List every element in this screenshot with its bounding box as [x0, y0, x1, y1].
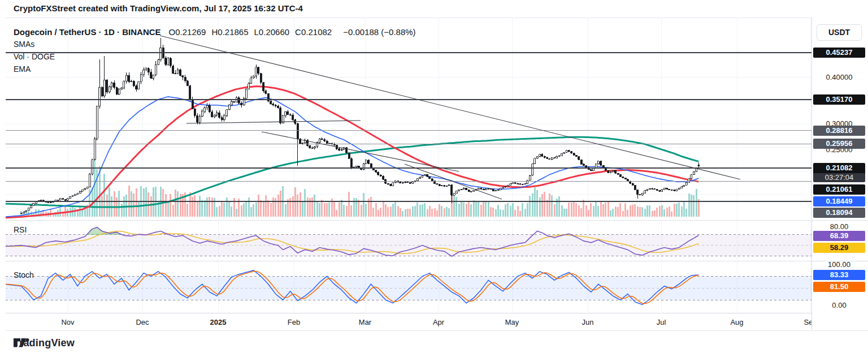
time-axis-label: Nov	[61, 318, 74, 326]
legend-item-smas[interactable]: SMAs	[14, 40, 34, 49]
ohlc-L: L0.20660	[254, 27, 290, 37]
scale-label: 0.00	[812, 301, 866, 310]
scale-label: 81.50	[813, 282, 865, 292]
ohlc-C: C0.21082	[295, 27, 332, 37]
pane-separator-stoch[interactable]	[6, 261, 868, 261]
scale-label: 0.18094	[813, 208, 865, 218]
scale-label: 0.45237	[813, 48, 865, 58]
tradingview-chart-page: CryptoFXStreet created with TradingView.…	[0, 0, 868, 357]
scale-label: 0.21061	[813, 184, 865, 195]
symbol-title[interactable]: Dogecoin / TetherUS · 1D · BINANCE	[14, 27, 161, 37]
candles	[20, 38, 700, 214]
time-axis-label: Jun	[582, 318, 594, 326]
rsi-pane-label[interactable]: RSI	[14, 225, 27, 234]
time-axis-label: May	[505, 318, 519, 326]
scale-label: 80.00	[812, 222, 866, 231]
scale-label: 83.33	[813, 270, 865, 280]
scale-label: 0.25956	[813, 139, 865, 149]
time-axis-label: Feb	[288, 318, 300, 326]
tradingview-logo-icon	[14, 337, 30, 349]
stoch-pane-label[interactable]: Stoch	[14, 270, 34, 279]
currency-toggle-button[interactable]: USDT	[817, 24, 862, 41]
current-price-label: 0.2108203:27:04	[813, 163, 865, 182]
scale-label: 68.39	[813, 231, 865, 241]
legend-item-volume[interactable]: Vol · DOGE	[14, 52, 55, 61]
moving-average-lines	[4, 87, 698, 218]
ohlc-values: O0.21269H0.21865L0.20660C0.21082	[169, 27, 338, 37]
change-value: −0.00188 (−0.88%)	[343, 27, 415, 37]
time-axis-label: Jul	[657, 318, 666, 326]
bar-countdown: 03:27:04	[813, 173, 865, 182]
stoch-pane	[4, 270, 811, 305]
ma-line-EMA	[4, 97, 698, 217]
trendline	[262, 132, 459, 171]
trendline	[160, 36, 740, 179]
ohlc-O: O0.21269	[169, 27, 206, 37]
scale-label: 0.28816	[813, 126, 865, 136]
scale-label: 100.00	[812, 260, 866, 269]
scale-label: 58.29	[813, 243, 865, 253]
chart-canvas[interactable]	[0, 0, 868, 357]
pane-separator-rsi[interactable]	[6, 220, 868, 221]
scale-label: 0.18449	[813, 196, 865, 207]
scale-label: 0.35170	[813, 94, 865, 105]
volume-series	[20, 159, 700, 217]
time-axis-label: 2025	[210, 318, 227, 326]
current-price-value: 0.21082	[813, 163, 865, 173]
trendline	[186, 121, 361, 123]
rsi-pane	[4, 227, 811, 256]
time-axis-label: Aug	[730, 318, 743, 326]
time-axis-label: Apr	[433, 318, 444, 326]
price-scale[interactable]: USDT 0.400000.300000.2500080.00100.000.0…	[811, 18, 868, 330]
time-axis-label: Sep	[804, 318, 811, 326]
legend-item-ema[interactable]: EMA	[14, 64, 31, 74]
time-axis-label: Dec	[136, 318, 149, 326]
tradingview-logo[interactable]: TradingView	[14, 337, 75, 349]
ohlc-H: H0.21865	[211, 27, 248, 37]
scale-label: 0.40000	[812, 73, 866, 82]
chart-bottom-border	[6, 330, 868, 331]
symbol-header[interactable]: Dogecoin / TetherUS · 1D · BINANCEO0.212…	[14, 27, 416, 37]
time-axis[interactable]: NovDec2025FebMarAprMayJunJulAugSep	[6, 313, 811, 330]
time-axis-label: Mar	[359, 318, 371, 326]
